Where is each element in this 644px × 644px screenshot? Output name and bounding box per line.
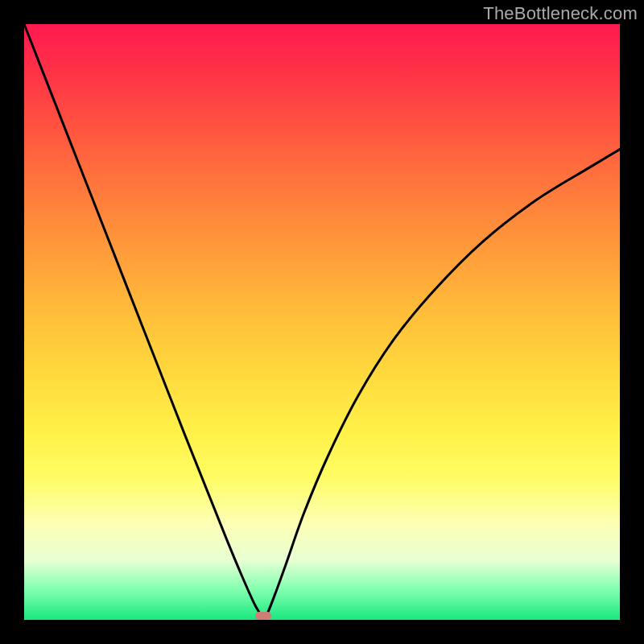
curve-svg <box>24 24 620 620</box>
minimum-marker <box>255 612 271 620</box>
chart-frame: TheBottleneck.com <box>0 0 644 644</box>
plot-area <box>24 24 620 620</box>
watermark-text: TheBottleneck.com <box>483 3 638 24</box>
bottleneck-curve <box>24 24 620 620</box>
